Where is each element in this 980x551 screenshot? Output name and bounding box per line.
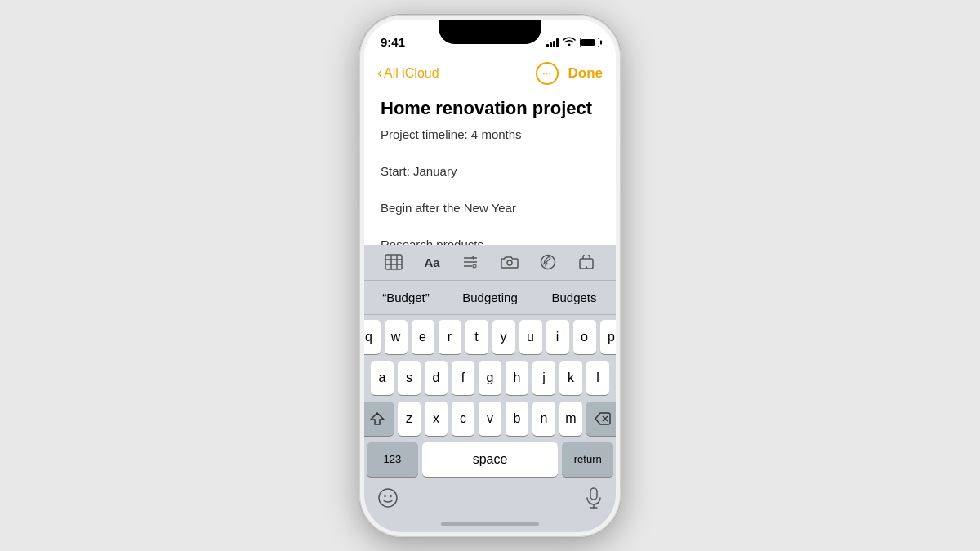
note-line-1: Project timeline: 4 months: [381, 126, 599, 144]
svg-point-8: [473, 264, 476, 268]
key-y[interactable]: y: [492, 320, 515, 354]
list-button[interactable]: [456, 247, 485, 277]
status-icons: [546, 36, 599, 48]
format-button[interactable]: Aa: [417, 247, 447, 277]
key-u[interactable]: u: [519, 320, 542, 354]
note-line-2: Start: January: [381, 162, 599, 181]
key-o[interactable]: o: [573, 320, 596, 354]
markup-button[interactable]: [533, 247, 563, 277]
space-key[interactable]: space: [422, 442, 559, 477]
note-line-4: Research products: [381, 236, 599, 245]
svg-point-11: [507, 260, 512, 265]
key-t[interactable]: t: [466, 320, 488, 354]
note-line-3: Begin after the New Year: [381, 199, 599, 218]
key-z[interactable]: z: [398, 402, 421, 436]
key-row-2: asdfghjkl: [367, 361, 613, 395]
key-row-4: 123 space return: [367, 442, 613, 477]
svg-rect-21: [590, 488, 597, 500]
shift-key[interactable]: [364, 402, 394, 436]
key-n[interactable]: n: [532, 402, 555, 436]
key-b[interactable]: b: [506, 402, 528, 436]
key-r[interactable]: r: [439, 320, 461, 354]
signal-icon: [546, 38, 559, 47]
key-x[interactable]: x: [425, 402, 448, 436]
return-key[interactable]: return: [562, 442, 613, 477]
battery-icon: [580, 38, 599, 47]
mic-button[interactable]: [585, 487, 603, 512]
table-button[interactable]: [379, 247, 408, 277]
key-d[interactable]: d: [425, 361, 448, 395]
keyboard-area: Aa: [364, 245, 616, 532]
key-h[interactable]: h: [506, 361, 528, 395]
note-body: Project timeline: 4 months Start: Januar…: [381, 126, 599, 245]
key-k[interactable]: k: [559, 361, 582, 395]
suggestion-0[interactable]: “Budget”: [364, 281, 448, 314]
emoji-button[interactable]: [377, 487, 399, 512]
key-i[interactable]: i: [546, 320, 569, 354]
key-row-1: qwertyuiop: [367, 320, 613, 354]
done-button[interactable]: Done: [568, 65, 604, 82]
nav-actions: ··· Done: [536, 62, 604, 85]
keyboard-toolbar: Aa: [364, 245, 616, 281]
key-f[interactable]: f: [452, 361, 474, 395]
svg-point-19: [384, 495, 385, 496]
suggestion-1[interactable]: Budgeting: [448, 281, 532, 314]
more-icon: ···: [542, 67, 551, 79]
format-icon: Aa: [424, 256, 439, 269]
key-j[interactable]: j: [532, 361, 555, 395]
delete-key[interactable]: [586, 402, 616, 436]
suggestion-2[interactable]: Budgets: [532, 281, 616, 314]
key-a[interactable]: a: [371, 361, 394, 395]
svg-point-18: [379, 489, 397, 507]
svg-rect-0: [385, 255, 402, 269]
key-l[interactable]: l: [586, 361, 609, 395]
key-g[interactable]: g: [479, 361, 501, 395]
wifi-icon: [563, 36, 576, 48]
home-indicator: [364, 516, 616, 532]
back-chevron-icon: ‹: [377, 64, 382, 82]
status-time: 9:41: [381, 35, 405, 49]
notch: [439, 20, 541, 44]
back-button[interactable]: ‹ All iCloud: [377, 64, 439, 82]
more-button[interactable]: ···: [536, 62, 559, 85]
camera-button[interactable]: [495, 247, 524, 277]
emoji-mic-row: [364, 487, 616, 516]
key-v[interactable]: v: [479, 402, 501, 436]
key-row-3: zxcvbnm: [367, 402, 613, 436]
key-p[interactable]: p: [600, 320, 617, 354]
suggestions-row: “Budget” Budgeting Budgets: [364, 281, 616, 315]
keyboard-close-button[interactable]: [572, 247, 601, 277]
note-content[interactable]: Home renovation project Project timeline…: [364, 91, 616, 245]
phone-frame: 9:41 ‹ All: [359, 15, 621, 537]
key-q[interactable]: q: [364, 320, 381, 354]
key-m[interactable]: m: [559, 402, 582, 436]
numbers-key[interactable]: 123: [367, 442, 418, 477]
phone-screen: 9:41 ‹ All: [364, 20, 616, 532]
note-title: Home renovation project: [381, 98, 599, 119]
svg-point-20: [390, 495, 391, 496]
key-e[interactable]: e: [412, 320, 434, 354]
back-label: All iCloud: [384, 66, 439, 81]
home-bar: [441, 522, 539, 526]
keys-section: qwertyuiop asdfghjkl zxcvbnm: [364, 315, 616, 487]
nav-bar: ‹ All iCloud ··· Done: [364, 56, 616, 91]
key-s[interactable]: s: [398, 361, 421, 395]
key-c[interactable]: c: [452, 402, 474, 436]
key-w[interactable]: w: [385, 320, 408, 354]
